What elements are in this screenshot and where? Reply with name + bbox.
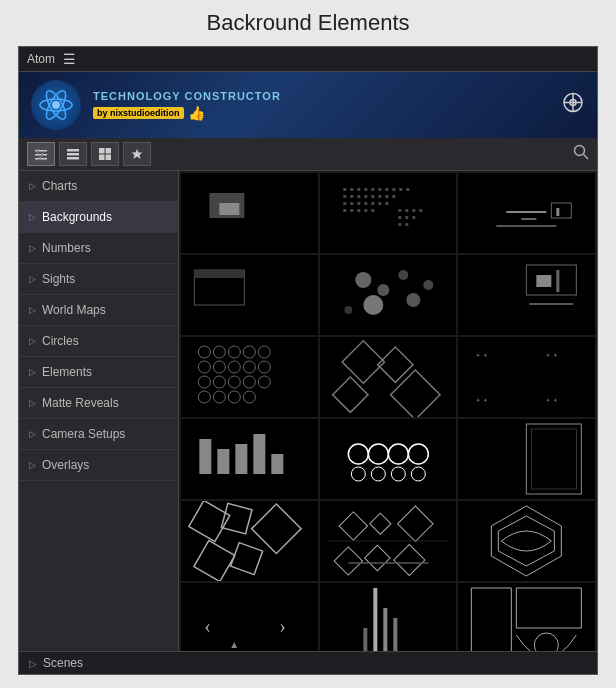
svg-rect-162 bbox=[467, 583, 587, 651]
svg-rect-33 bbox=[378, 188, 381, 191]
grid-item[interactable] bbox=[181, 419, 318, 499]
content-grid: + + + + + + + + bbox=[179, 171, 597, 651]
sidebar-item-camera-setups[interactable]: ▷ Camera Setups bbox=[19, 419, 178, 450]
sidebar-item-label: Elements bbox=[42, 365, 92, 379]
svg-rect-12 bbox=[41, 153, 43, 157]
svg-rect-34 bbox=[385, 188, 388, 191]
svg-point-77 bbox=[355, 272, 371, 288]
grid-item[interactable] bbox=[458, 173, 595, 253]
grid-item[interactable] bbox=[320, 173, 457, 253]
svg-rect-42 bbox=[371, 195, 374, 198]
grid-row: + + + + + + + + bbox=[181, 337, 595, 417]
top-bar: Atom ☰ bbox=[19, 47, 597, 72]
svg-rect-62 bbox=[398, 216, 401, 219]
svg-rect-18 bbox=[106, 148, 112, 154]
svg-rect-45 bbox=[392, 195, 395, 198]
grid-row bbox=[181, 501, 595, 581]
svg-rect-120 bbox=[199, 439, 211, 474]
svg-rect-29 bbox=[350, 188, 353, 191]
grid-item[interactable] bbox=[320, 419, 457, 499]
svg-rect-17 bbox=[99, 148, 105, 154]
sidebar-item-label: Sights bbox=[42, 272, 75, 286]
grid-row bbox=[181, 255, 595, 335]
svg-rect-124 bbox=[271, 454, 283, 474]
sidebar-item-label: World Maps bbox=[42, 303, 106, 317]
svg-rect-14 bbox=[67, 149, 79, 152]
svg-line-23 bbox=[584, 155, 589, 160]
grid-item[interactable] bbox=[181, 337, 318, 417]
grid-item[interactable]: ‹ › ▲ bbox=[181, 583, 318, 651]
grid-item[interactable] bbox=[181, 255, 318, 335]
list-button[interactable] bbox=[59, 142, 87, 166]
grid-item[interactable] bbox=[320, 255, 457, 335]
svg-rect-152 bbox=[467, 501, 587, 581]
svg-rect-20 bbox=[106, 155, 112, 161]
banner-text: TECHNOLOGY CONSTRUCTOR by nixstudioediti… bbox=[93, 90, 585, 121]
grid-item[interactable] bbox=[458, 501, 595, 581]
grid-item[interactable] bbox=[458, 419, 595, 499]
svg-rect-19 bbox=[99, 155, 105, 161]
sidebar-item-backgrounds[interactable]: ▷ Backgrounds bbox=[19, 202, 178, 233]
search-button[interactable] bbox=[573, 144, 589, 164]
arrow-icon: ▷ bbox=[29, 181, 36, 191]
sidebar-item-label: Camera Setups bbox=[42, 427, 125, 441]
grid-item[interactable] bbox=[458, 583, 595, 651]
sidebar-item-label: Circles bbox=[42, 334, 79, 348]
thumb-icon[interactable]: 👍 bbox=[188, 105, 205, 121]
grid-item[interactable] bbox=[320, 501, 457, 581]
svg-rect-114 bbox=[467, 337, 587, 417]
target-icon[interactable] bbox=[561, 91, 585, 120]
svg-rect-49 bbox=[364, 202, 367, 205]
svg-point-79 bbox=[398, 270, 408, 280]
svg-rect-15 bbox=[67, 153, 79, 156]
sidebar-item-world-maps[interactable]: ▷ World Maps bbox=[19, 295, 178, 326]
arrow-icon: ▷ bbox=[29, 336, 36, 346]
favorites-button[interactable] bbox=[123, 142, 151, 166]
sliders-button[interactable] bbox=[27, 142, 55, 166]
svg-rect-35 bbox=[392, 188, 395, 191]
svg-rect-16 bbox=[67, 157, 79, 160]
svg-point-80 bbox=[363, 295, 383, 315]
sidebar-item-charts[interactable]: ▷ Charts bbox=[19, 171, 178, 202]
grid-item[interactable] bbox=[181, 501, 318, 581]
svg-rect-44 bbox=[385, 195, 388, 198]
arrow-icon: ▷ bbox=[29, 212, 36, 222]
sidebar-item-numbers[interactable]: ▷ Numbers bbox=[19, 233, 178, 264]
svg-rect-73 bbox=[189, 255, 309, 335]
sidebar-item-elements[interactable]: ▷ Elements bbox=[19, 357, 178, 388]
sidebar-item-circles[interactable]: ▷ Circles bbox=[19, 326, 178, 357]
grid-item[interactable] bbox=[181, 173, 318, 253]
svg-rect-13 bbox=[39, 157, 41, 161]
grid-item[interactable] bbox=[320, 583, 457, 651]
svg-rect-72 bbox=[557, 208, 560, 216]
svg-rect-38 bbox=[343, 195, 346, 198]
svg-rect-52 bbox=[385, 202, 388, 205]
svg-point-83 bbox=[423, 280, 433, 290]
svg-text:+ +: + + bbox=[547, 396, 558, 403]
product-name: TECHNOLOGY CONSTRUCTOR bbox=[93, 90, 585, 102]
menu-icon[interactable]: ☰ bbox=[63, 51, 76, 67]
svg-text:+ +: + + bbox=[477, 351, 488, 358]
svg-rect-121 bbox=[217, 449, 229, 474]
svg-rect-70 bbox=[497, 225, 557, 227]
grid-button[interactable] bbox=[91, 142, 119, 166]
grid-item[interactable] bbox=[320, 337, 457, 417]
sidebar-item-sights[interactable]: ▷ Sights bbox=[19, 264, 178, 295]
grid-row bbox=[181, 173, 595, 253]
banner-author: by nixstudioedition 👍 bbox=[93, 105, 205, 121]
sidebar-item-label: Matte Reveals bbox=[42, 396, 119, 410]
arrow-icon: ▷ bbox=[29, 367, 36, 377]
sidebar: ▷ Charts ▷ Backgrounds ▷ Numbers ▷ Sight… bbox=[19, 171, 179, 651]
sidebar-item-label: Charts bbox=[42, 179, 77, 193]
svg-rect-63 bbox=[405, 216, 408, 219]
grid-item[interactable] bbox=[458, 255, 595, 335]
bottom-bar: ▷ Scenes bbox=[19, 651, 597, 674]
sidebar-item-matte-reveals[interactable]: ▷ Matte Reveals bbox=[19, 388, 178, 419]
grid-item[interactable]: + + + + + + + + bbox=[458, 337, 595, 417]
svg-rect-37 bbox=[406, 188, 409, 191]
svg-rect-125 bbox=[328, 419, 448, 499]
svg-rect-86 bbox=[537, 275, 552, 287]
page-title: Backround Elements bbox=[10, 10, 606, 36]
svg-rect-65 bbox=[398, 223, 401, 226]
sidebar-item-overlays[interactable]: ▷ Overlays bbox=[19, 450, 178, 481]
